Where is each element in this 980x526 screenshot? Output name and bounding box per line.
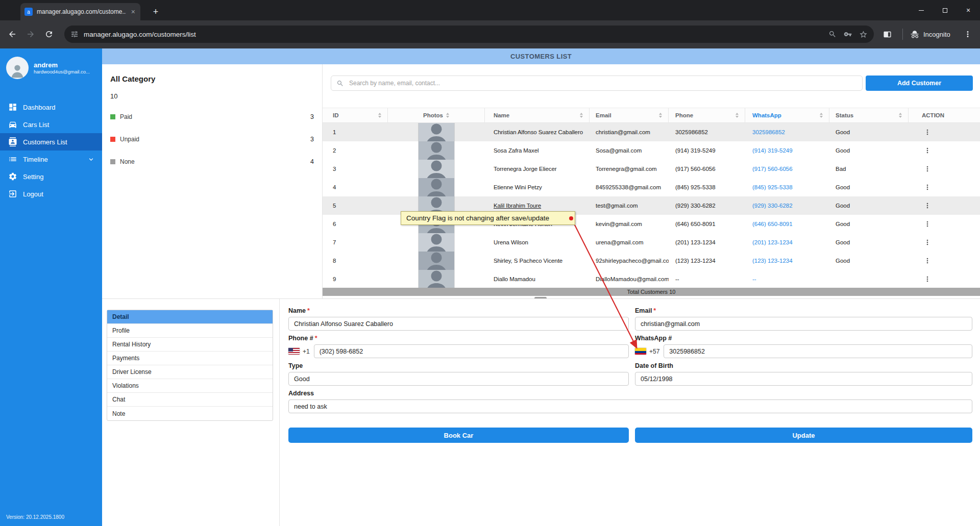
cell-whatsapp-link[interactable]: (845) 925-5338 (745, 184, 829, 190)
table-row[interactable]: 8 Shirley, S Pacheco Vicente 92shirleypa… (323, 252, 980, 270)
table-row[interactable]: 9 Diallo Mamadou DialloMamadou@gmail.com… (323, 270, 980, 288)
tab-chat[interactable]: Chat (107, 393, 273, 407)
table-row[interactable]: 3 Torrenegra Jorge Eliecer Torrenegra@gm… (323, 160, 980, 178)
customer-photo[interactable] (419, 178, 454, 196)
sort-icon[interactable] (446, 113, 449, 118)
sort-icon[interactable] (378, 113, 381, 118)
customer-photo[interactable] (419, 160, 454, 178)
tab-close-icon[interactable]: × (130, 8, 136, 15)
forward-icon[interactable] (22, 26, 39, 42)
new-tab-button[interactable]: + (149, 5, 162, 18)
row-actions-kebab[interactable] (922, 255, 933, 266)
window-minimize-button[interactable] (910, 0, 933, 20)
sort-icon[interactable] (736, 113, 739, 118)
row-actions-kebab[interactable] (922, 163, 933, 174)
cell-whatsapp-link[interactable]: -- (745, 276, 829, 282)
phone-field[interactable] (314, 344, 629, 358)
search-input[interactable] (348, 79, 857, 87)
phone-country-selector[interactable]: +1 (288, 348, 310, 355)
tab-rental-history[interactable]: Rental History (107, 338, 273, 352)
cell-whatsapp-link[interactable]: (929) 330-6282 (745, 203, 829, 209)
address-bar[interactable]: manager.alugago.com/customers/list (64, 26, 874, 43)
cell-name[interactable]: Torrenegra Jorge Eliecer (485, 166, 590, 172)
cell-whatsapp-link[interactable]: (914) 319-5249 (745, 147, 829, 154)
tab-violations[interactable]: Violations (107, 379, 273, 393)
cell-whatsapp-link[interactable]: 3025986852 (745, 129, 829, 135)
cell-name[interactable]: Shirley, S Pacheco Vicente (485, 258, 590, 264)
window-close-button[interactable]: × (957, 0, 980, 20)
row-actions-kebab[interactable] (922, 127, 933, 138)
bookmark-star-icon[interactable] (859, 30, 868, 39)
tab-detail[interactable]: Detail (107, 310, 273, 324)
cell-whatsapp-link[interactable]: (123) 123-1234 (745, 258, 829, 264)
whatsapp-field[interactable] (664, 344, 972, 358)
customer-photo[interactable] (419, 123, 454, 141)
tab-payments[interactable]: Payments (107, 352, 273, 365)
cell-name[interactable]: Etienne Wini Petzy (485, 184, 590, 190)
sidebar-item-timeline[interactable]: Timeline (0, 151, 102, 168)
zoom-icon[interactable] (828, 30, 837, 38)
type-field[interactable] (288, 372, 629, 386)
update-button[interactable]: Update (635, 428, 972, 443)
search-box[interactable] (331, 76, 863, 91)
legend-item[interactable]: Unpaid 3 (110, 136, 314, 143)
cell-whatsapp-link[interactable]: (646) 650-8091 (745, 221, 829, 227)
table-row[interactable]: 1 Christian Alfonso Suarez Caballero chr… (323, 123, 980, 141)
address-field[interactable] (288, 399, 972, 413)
cell-name[interactable]: Kalil Ibrahim Toure (485, 203, 590, 209)
back-icon[interactable] (4, 26, 20, 42)
table-row[interactable]: 2 Sosa Zafra Maxel Sosa@gmail.com (914) … (323, 141, 980, 160)
column-header-action[interactable]: ACTION (909, 108, 980, 122)
add-customer-button[interactable]: Add Customer (866, 76, 973, 91)
column-header-whatsapp[interactable]: WhatsApp (745, 108, 829, 122)
reload-icon[interactable] (41, 26, 57, 42)
sort-icon[interactable] (659, 113, 662, 118)
name-field[interactable] (288, 317, 629, 331)
side-panel-icon[interactable] (879, 26, 895, 42)
cell-name[interactable]: Diallo Mamadou (485, 276, 590, 282)
email-field[interactable] (635, 317, 972, 331)
sidebar-item-logout[interactable]: Logout (0, 185, 102, 203)
window-maximize-button[interactable] (933, 0, 957, 20)
dob-field[interactable] (635, 372, 972, 386)
row-actions-kebab[interactable] (922, 200, 933, 211)
customer-photo[interactable] (419, 252, 454, 270)
column-header-name[interactable]: Name (485, 108, 590, 122)
customer-photo[interactable] (419, 270, 454, 288)
whatsapp-country-selector[interactable]: +57 (635, 348, 659, 355)
cell-name[interactable]: Urena Wilson (485, 239, 590, 245)
browser-tab[interactable]: a manager.alugago.com/custome... × (20, 3, 140, 20)
customer-photo[interactable] (419, 141, 454, 160)
column-header-id[interactable]: ID (323, 108, 388, 122)
row-actions-kebab[interactable] (922, 145, 933, 156)
sort-icon[interactable] (820, 113, 823, 118)
column-header-status[interactable]: Status (829, 108, 909, 122)
panel-divider[interactable] (279, 299, 280, 526)
password-key-icon[interactable] (844, 30, 852, 38)
legend-item[interactable]: Paid 3 (110, 113, 314, 120)
cell-name[interactable]: Sosa Zafra Maxel (485, 147, 590, 154)
row-actions-kebab[interactable] (922, 218, 933, 230)
cell-name[interactable]: Christian Alfonso Suarez Caballero (485, 129, 590, 135)
book-car-button[interactable]: Book Car (288, 428, 629, 443)
user-profile[interactable]: andrem hardwood4us@gmail.co... (0, 48, 102, 79)
table-row[interactable]: 4 Etienne Wini Petzy 8459255338@gmail.co… (323, 178, 980, 196)
row-actions-kebab[interactable] (922, 237, 933, 248)
sort-icon[interactable] (580, 113, 583, 118)
row-actions-kebab[interactable] (922, 182, 933, 193)
sidebar-item-setting[interactable]: Setting (0, 168, 102, 185)
site-controls-icon[interactable] (70, 30, 79, 38)
tab-profile[interactable]: Profile (107, 324, 273, 338)
table-row[interactable]: 7 Urena Wilson urena@gmail.com (201) 123… (323, 233, 980, 252)
column-header-phone[interactable]: Phone (669, 108, 745, 122)
customer-photo[interactable] (419, 233, 454, 252)
tab-driver-license[interactable]: Driver License (107, 365, 273, 379)
sidebar-item-customers-list[interactable]: Customers List (0, 133, 102, 151)
sidebar-item-dashboard[interactable]: Dashboard (0, 98, 102, 116)
column-header-photos[interactable]: Photos (388, 108, 485, 122)
row-actions-kebab[interactable] (922, 273, 933, 285)
column-header-email[interactable]: Email (590, 108, 669, 122)
sidebar-item-cars-list[interactable]: Cars List (0, 116, 102, 133)
legend-item[interactable]: None 4 (110, 158, 314, 165)
cell-whatsapp-link[interactable]: (201) 123-1234 (745, 239, 829, 245)
